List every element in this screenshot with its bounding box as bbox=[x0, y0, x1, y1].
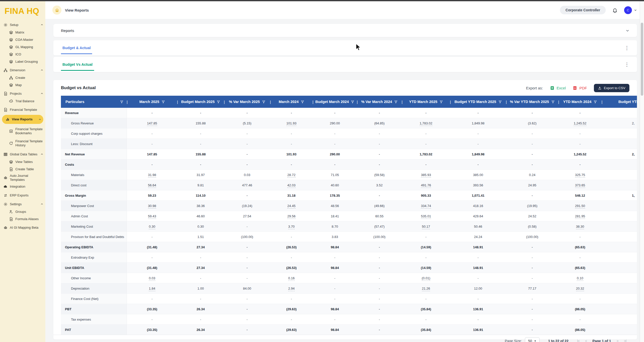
value-cell[interactable]: 147.85 bbox=[127, 121, 177, 125]
drilldown-value[interactable]: 0.30 bbox=[149, 225, 155, 229]
drilldown-value[interactable]: 21.26 bbox=[422, 287, 430, 291]
value-cell[interactable]: 0.30 bbox=[127, 225, 177, 228]
value-cell[interactable]: 535.01 bbox=[402, 214, 450, 218]
sidebar-item-create-table[interactable]: Create Table bbox=[0, 165, 45, 173]
reports-panel-header[interactable]: Reports bbox=[53, 24, 637, 37]
drilldown-value[interactable]: 147.85 bbox=[147, 121, 157, 126]
drilldown-value[interactable]: 373.65 bbox=[575, 183, 585, 188]
export-csv-button[interactable]: Export to CSV bbox=[594, 84, 629, 92]
drilldown-value[interactable]: 491.76 bbox=[421, 183, 431, 188]
column-header-budget-ytd-march-2025[interactable]: Budget YTD March 2025| bbox=[450, 96, 506, 108]
filter-funnel-icon[interactable] bbox=[301, 100, 304, 104]
value-cell[interactable]: 291.50 bbox=[558, 204, 602, 208]
drilldown-value[interactable]: 50.17 bbox=[422, 225, 430, 229]
drilldown-value[interactable]: 28.72 bbox=[287, 173, 296, 178]
sidebar-item-trial-balance[interactable]: Trial Balance bbox=[0, 97, 45, 105]
drilldown-value[interactable]: 385.93 bbox=[421, 173, 431, 178]
sidebar-item-auto-journal-templates[interactable]: Auto Journal Templates bbox=[0, 174, 45, 182]
drilldown-value[interactable]: 0.03 bbox=[149, 276, 155, 281]
sidebar-item-setup[interactable]: Setup bbox=[0, 21, 45, 29]
drilldown-value[interactable]: 38.30 bbox=[576, 225, 584, 229]
value-cell[interactable]: 20.32 bbox=[558, 287, 602, 290]
filter-funnel-icon[interactable] bbox=[551, 100, 555, 104]
value-cell[interactable]: 50.17 bbox=[402, 225, 450, 228]
drilldown-value[interactable]: 1.84 bbox=[149, 287, 155, 291]
value-cell[interactable]: 325.75 bbox=[558, 173, 602, 177]
tab-budget-vs-actual[interactable]: Budget Vs Actual bbox=[61, 57, 94, 72]
value-cell[interactable]: 28.72 bbox=[270, 173, 313, 177]
value-cell[interactable]: 0.16 bbox=[270, 276, 313, 280]
value-cell[interactable]: 21.26 bbox=[402, 287, 450, 290]
sidebar-item-gl-mapping[interactable]: GL Mapping bbox=[0, 43, 45, 51]
value-cell[interactable]: 31.98 bbox=[127, 173, 177, 177]
drilldown-value[interactable]: 334.74 bbox=[421, 204, 431, 209]
value-cell[interactable]: 101.93 bbox=[270, 121, 313, 125]
prev-page-button[interactable]: < bbox=[585, 339, 587, 342]
kebab-menu-icon[interactable]: ⋮ bbox=[624, 45, 637, 50]
value-cell[interactable]: 281.95 bbox=[558, 214, 602, 218]
sidebar-item-create[interactable]: Create bbox=[0, 74, 45, 81]
sidebar-item-view-reports[interactable]: View Reports bbox=[2, 115, 43, 124]
drilldown-value[interactable]: 31.98 bbox=[148, 173, 156, 178]
drilldown-value[interactable]: 2.94 bbox=[288, 287, 295, 291]
column-header-particulars[interactable]: Particulars| bbox=[61, 96, 127, 108]
column-header-ytd-march-2025[interactable]: YTD March 2025| bbox=[402, 96, 450, 108]
value-cell[interactable]: 38.30 bbox=[558, 225, 602, 228]
value-cell[interactable]: 0.10 bbox=[558, 276, 602, 280]
sidebar-item-matrix[interactable]: Matrix bbox=[0, 29, 45, 36]
column-header-budget-march-2025[interactable]: Budget March 2025| bbox=[177, 96, 224, 108]
sidebar-item-groups[interactable]: Groups bbox=[0, 208, 45, 215]
home-button[interactable] bbox=[52, 6, 61, 15]
sidebar-item-integration[interactable]: Integration bbox=[0, 183, 45, 190]
notifications-button[interactable] bbox=[612, 8, 618, 13]
filter-funnel-icon[interactable] bbox=[440, 100, 443, 104]
value-cell[interactable]: 373.65 bbox=[558, 183, 602, 187]
filter-funnel-icon[interactable] bbox=[594, 100, 597, 104]
value-cell[interactable]: 30.98 bbox=[127, 204, 177, 208]
value-cell[interactable]: 42.03 bbox=[270, 183, 313, 187]
column-header-march-2025[interactable]: March 2025| bbox=[127, 96, 177, 108]
filter-funnel-icon[interactable] bbox=[394, 100, 398, 104]
column-header-budget-ytd-march-2024[interactable]: Budget YTD March 2024 bbox=[602, 96, 637, 108]
column-header-budget-march-2024[interactable]: Budget March 2024| bbox=[313, 96, 357, 108]
drilldown-value[interactable]: 29.56 bbox=[287, 214, 296, 219]
sidebar-item-ico[interactable]: ICO bbox=[0, 51, 45, 58]
role-button[interactable]: Corporate Controller bbox=[560, 6, 606, 14]
sidebar-item-coa-master[interactable]: COA Master bbox=[0, 36, 45, 43]
drilldown-value[interactable]: 325.75 bbox=[575, 173, 585, 178]
last-page-button[interactable]: >| bbox=[624, 339, 626, 342]
value-cell[interactable]: 385.93 bbox=[402, 173, 450, 177]
drilldown-value[interactable]: 20.32 bbox=[576, 287, 584, 291]
sidebar-item-dimension[interactable]: Dimension bbox=[0, 66, 45, 74]
drilldown-value[interactable]: 1,245.52 bbox=[574, 121, 587, 126]
sidebar-item-financial-template-bookmarks[interactable]: Financial Template Bookmarks bbox=[0, 125, 45, 137]
sidebar-item-settings[interactable]: Settings bbox=[0, 200, 45, 208]
filter-funnel-icon[interactable] bbox=[498, 100, 502, 104]
drilldown-value[interactable]: 59.43 bbox=[148, 214, 156, 219]
sidebar-item-global-data-tables[interactable]: Global Data Tables bbox=[0, 150, 45, 158]
value-cell[interactable]: 491.76 bbox=[402, 183, 450, 187]
column-header-var-ytd-march-2025[interactable]: % Var YTD March 2025| bbox=[506, 96, 558, 108]
drilldown-value[interactable]: 24.45 bbox=[287, 204, 296, 209]
filter-funnel-icon[interactable] bbox=[120, 100, 123, 104]
export-excel-button[interactable]: Excel bbox=[550, 86, 566, 90]
value-cell[interactable]: 0.03 bbox=[127, 276, 177, 280]
drilldown-value[interactable]: 30.98 bbox=[148, 204, 156, 209]
sidebar-item-label-grouping[interactable]: Label Grouping bbox=[0, 58, 45, 65]
value-cell[interactable]: 29.56 bbox=[270, 214, 313, 218]
column-header-march-2024[interactable]: March 2024| bbox=[270, 96, 313, 108]
drilldown-value[interactable]: 291.50 bbox=[575, 204, 585, 209]
export-pdf-button[interactable]: PDF PDF bbox=[573, 86, 587, 90]
sidebar-item-map[interactable]: Map bbox=[0, 81, 45, 89]
tab-budget-actual[interactable]: Budget & Actual bbox=[61, 40, 92, 55]
drilldown-value[interactable]: 3.70 bbox=[288, 225, 295, 229]
value-cell[interactable]: 1,783.02 bbox=[402, 121, 450, 125]
filter-funnel-icon[interactable] bbox=[217, 100, 220, 104]
kebab-menu-icon[interactable]: ⋮ bbox=[624, 62, 637, 67]
drilldown-value[interactable]: 56.64 bbox=[148, 183, 156, 188]
drilldown-value[interactable]: 101.93 bbox=[287, 121, 297, 126]
filter-funnel-icon[interactable] bbox=[351, 100, 354, 104]
sidebar-item-financial-template-history[interactable]: Financial Template History bbox=[0, 137, 45, 149]
filter-funnel-icon[interactable] bbox=[262, 100, 265, 104]
value-cell[interactable]: (0.01) bbox=[402, 276, 450, 280]
